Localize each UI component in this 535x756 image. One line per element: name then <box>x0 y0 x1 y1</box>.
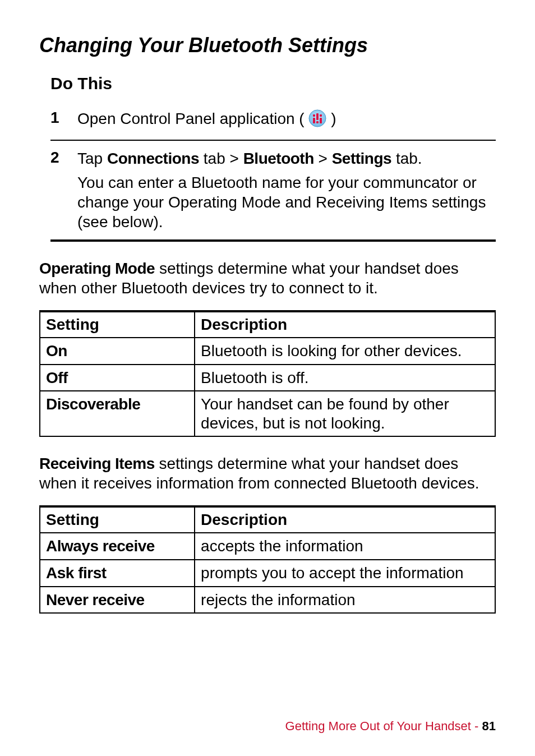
svg-rect-3 <box>316 113 319 120</box>
setting-name: Always receive <box>46 537 155 555</box>
step-body: Open Control Panel application ( <box>77 109 496 132</box>
table-header-row: Setting Description <box>40 311 495 338</box>
setting-name: On <box>46 342 67 359</box>
svg-rect-1 <box>313 114 315 117</box>
footer-sep: - <box>471 719 482 733</box>
step-2: 2 Tap Connections tab > Bluetooth > Sett… <box>50 143 496 237</box>
setting-desc: Your handset can be found by other devic… <box>195 391 495 436</box>
col-setting: Setting <box>40 311 195 338</box>
setting-desc: rejects the information <box>195 587 495 614</box>
step-number: 2 <box>50 149 77 167</box>
separator <box>50 140 496 141</box>
operating-mode-desc: Operating Mode settings determine what y… <box>39 259 496 298</box>
t: tab > <box>199 150 243 167</box>
setting-name: Off <box>46 369 68 386</box>
step-1: 1 Open Control Panel application ( <box>50 103 496 137</box>
table-header-row: Setting Description <box>40 506 495 533</box>
svg-rect-6 <box>320 118 322 123</box>
t: tab. <box>391 150 422 167</box>
setting-desc: prompts you to accept the information <box>195 560 495 587</box>
col-setting: Setting <box>40 506 195 533</box>
table-row: Off Bluetooth is off. <box>40 365 495 391</box>
page-footer: Getting More Out of Your Handset - 81 <box>285 719 496 734</box>
step-number: 1 <box>50 109 77 127</box>
step-text-pre: Open Control Panel application ( <box>77 110 305 127</box>
setting-name: Ask first <box>46 564 107 582</box>
setting-name: Discoverable <box>46 395 140 413</box>
col-description: Description <box>195 311 495 338</box>
step-text-post: ) <box>331 110 336 127</box>
do-this-label: Do This <box>50 74 496 93</box>
page-heading: Changing Your Bluetooth Settings <box>39 34 496 57</box>
receiving-items-table: Setting Description Always receive accep… <box>39 505 496 614</box>
footer-section: Getting More Out of Your Handset <box>285 719 471 733</box>
setting-desc: accepts the information <box>195 533 495 560</box>
table-row: Discoverable Your handset can be found b… <box>40 391 495 436</box>
setting-desc: Bluetooth is looking for other devices. <box>195 338 495 365</box>
page-number: 81 <box>482 719 496 733</box>
svg-rect-5 <box>320 114 322 117</box>
t: > <box>314 150 332 167</box>
separator-thick <box>50 239 496 242</box>
svg-rect-2 <box>313 118 315 123</box>
step-note: You can enter a Bluetooth name for your … <box>77 173 496 232</box>
table-row: Always receive accepts the information <box>40 533 495 560</box>
table-row: Ask first prompts you to accept the info… <box>40 560 495 587</box>
table-row: Never receive rejects the information <box>40 587 495 614</box>
table-row: On Bluetooth is looking for other device… <box>40 338 495 365</box>
ui-connections: Connections <box>107 150 199 167</box>
svg-rect-4 <box>316 121 319 123</box>
control-panel-icon <box>308 109 326 132</box>
ui-settings: Settings <box>332 150 391 167</box>
ui-bluetooth: Bluetooth <box>243 150 314 167</box>
col-description: Description <box>195 506 495 533</box>
operating-mode-label: Operating Mode <box>39 260 155 277</box>
receiving-items-label: Receiving Items <box>39 455 155 472</box>
setting-desc: Bluetooth is off. <box>195 365 495 391</box>
step-body: Tap Connections tab > Bluetooth > Settin… <box>77 149 496 232</box>
receiving-items-desc: Receiving Items settings determine what … <box>39 454 496 493</box>
operating-mode-table: Setting Description On Bluetooth is look… <box>39 310 496 437</box>
setting-name: Never receive <box>46 591 145 609</box>
t: Tap <box>77 150 107 167</box>
